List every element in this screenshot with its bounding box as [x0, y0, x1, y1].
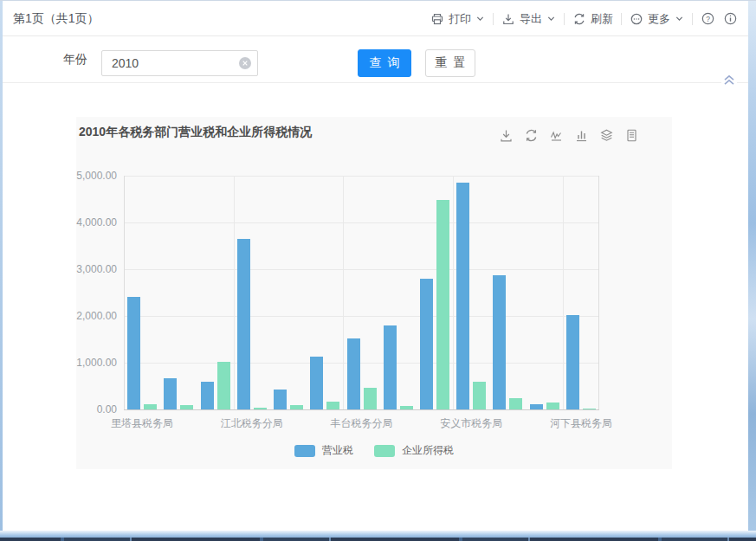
bar-营业税-0: [127, 297, 140, 409]
bar-营业税-10: [493, 275, 506, 409]
y-axis-tick-label: 2,000.00: [76, 310, 117, 322]
more-button[interactable]: 更多: [630, 11, 684, 27]
gridline: [343, 176, 344, 409]
chart-title: 2010年各税务部门营业税和企业所得税情况: [79, 125, 312, 140]
line-chart-icon[interactable]: [549, 128, 564, 143]
chart-legend: 营业税企业所得税: [76, 443, 672, 458]
x-axis-category-label: 安义市税务局: [440, 416, 502, 431]
legend-label: 营业税: [322, 443, 353, 458]
app-window: 第1页（共1页） 打印 导出: [0, 0, 756, 541]
gridline: [124, 176, 599, 177]
bar-企业所得税-8: [436, 200, 449, 409]
double-chevron-up-icon: [721, 73, 737, 87]
gridline: [234, 176, 235, 409]
plot-area: 里塔县税务局江北税务分局丰台税务分局安义市税务局河下县税务局: [124, 176, 599, 409]
print-label: 打印: [449, 11, 471, 27]
bar-企业所得税-7: [400, 406, 413, 409]
y-axis-tick-label: 1,000.00: [76, 357, 117, 369]
search-button[interactable]: 查询: [358, 49, 411, 77]
x-axis-category-label: 河下县税务局: [550, 416, 612, 431]
help-circle-icon: ?: [701, 11, 715, 26]
ellipsis-circle-icon: [630, 12, 643, 26]
bar-营业税-7: [384, 325, 397, 409]
bar-企业所得税-3: [254, 408, 267, 409]
year-field-label: 年份: [63, 52, 87, 68]
chevron-down-icon: [546, 14, 556, 23]
window-border-right[interactable]: [748, 1, 756, 531]
svg-text:?: ?: [706, 15, 710, 23]
axis-line-left: [124, 176, 125, 409]
chart-widget: 2010年各税务部门营业税和企业所得税情况: [76, 117, 672, 469]
print-button[interactable]: 打印: [430, 11, 485, 27]
download-icon: [501, 12, 515, 26]
legend-label: 企业所得税: [402, 443, 454, 458]
chart-toolbar: [499, 128, 639, 143]
data-view-icon[interactable]: [624, 128, 639, 143]
bar-企业所得税-5: [326, 402, 339, 409]
bar-营业税-9: [456, 183, 469, 409]
restore-icon[interactable]: [524, 128, 539, 143]
y-axis-labels: 0.001,000.002,000.003,000.004,000.005,00…: [76, 176, 117, 409]
x-axis-category-label: 丰台税务分局: [331, 416, 393, 431]
query-bar: 年份 查询 重置: [3, 37, 748, 83]
gridline: [124, 222, 599, 223]
gridline: [453, 176, 454, 409]
bar-营业税-4: [274, 390, 287, 409]
clear-circle-icon[interactable]: [239, 57, 251, 69]
bar-营业税-12: [566, 315, 579, 409]
page-indicator: 第1页（共1页）: [13, 11, 100, 27]
bar-营业税-5: [310, 357, 323, 409]
export-button[interactable]: 导出: [501, 11, 556, 27]
legend-item-企业所得税[interactable]: 企业所得税: [374, 443, 454, 458]
bar-营业税-3: [237, 239, 250, 409]
bar-营业税-2: [201, 382, 214, 409]
bar-企业所得税-0: [144, 404, 157, 409]
bar-企业所得税-11: [546, 403, 559, 409]
bar-chart-icon[interactable]: [574, 128, 589, 143]
legend-swatch: [374, 445, 395, 457]
legend-swatch: [294, 445, 315, 457]
bar-企业所得税-2: [217, 362, 230, 409]
refresh-button[interactable]: 刷新: [572, 11, 613, 27]
y-axis-tick-label: 4,000.00: [76, 216, 117, 229]
bar-营业税-8: [420, 279, 433, 409]
report-page: 第1页（共1页） 打印 导出: [3, 2, 748, 531]
desktop-strip: [0, 538, 756, 541]
stack-icon[interactable]: [599, 128, 614, 143]
bar-企业所得税-4: [290, 405, 303, 409]
toolbar-divider: [621, 13, 622, 25]
y-axis-tick-label: 0.00: [97, 403, 117, 415]
reset-button[interactable]: 重置: [425, 49, 475, 77]
legend-item-营业税[interactable]: 营业税: [294, 443, 353, 458]
axis-line-right: [598, 176, 599, 409]
save-image-icon[interactable]: [499, 128, 514, 143]
export-label: 导出: [520, 11, 542, 27]
gridline: [124, 316, 599, 317]
year-input[interactable]: [101, 50, 258, 76]
toolbar-divider: [564, 13, 565, 25]
gridline: [563, 176, 564, 409]
bar-企业所得税-1: [180, 405, 193, 409]
window-border-bottom: [0, 531, 756, 541]
gridline: [124, 269, 599, 270]
help-button[interactable]: ?: [701, 11, 715, 26]
header-toolbar: 打印 导出 刷新: [430, 11, 738, 27]
toolbar-divider: [493, 13, 494, 25]
y-axis-tick-label: 5,000.00: [76, 170, 117, 182]
bar-营业税-11: [530, 404, 543, 409]
info-button[interactable]: [723, 11, 738, 26]
x-axis-category-label: 江北税务分局: [221, 416, 283, 431]
bar-企业所得税-10: [509, 398, 522, 410]
more-label: 更多: [648, 11, 670, 27]
printer-icon: [430, 12, 444, 26]
year-field: [101, 50, 258, 76]
collapse-filter-button[interactable]: [721, 73, 737, 87]
top-header: 第1页（共1页） 打印 导出: [3, 2, 748, 36]
bar-营业税-1: [164, 378, 177, 409]
refresh-icon: [572, 12, 586, 26]
y-axis-tick-label: 3,000.00: [76, 263, 117, 275]
bar-企业所得税-9: [473, 382, 486, 409]
gridline: [124, 363, 599, 364]
gridline: [124, 409, 599, 410]
bar-企业所得税-6: [364, 388, 377, 409]
